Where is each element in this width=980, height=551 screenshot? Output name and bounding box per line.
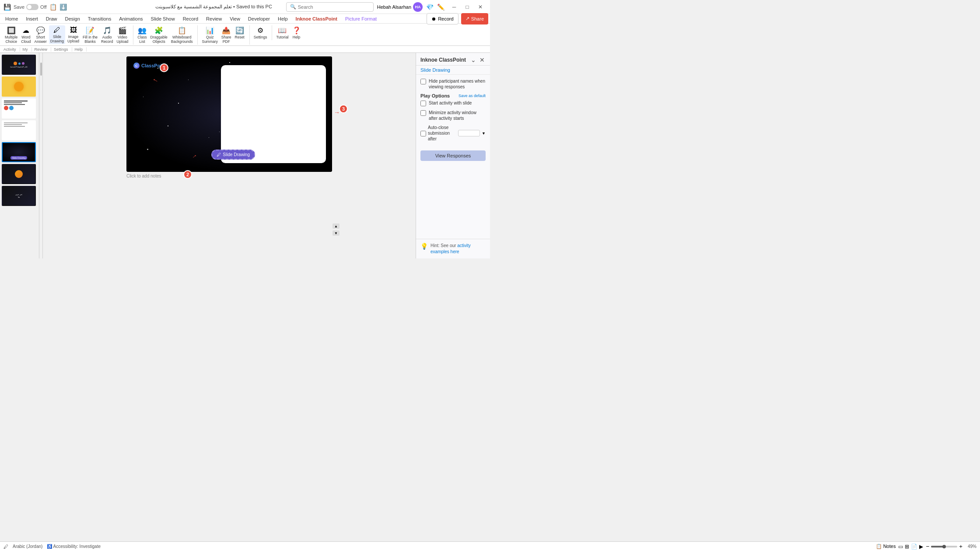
slide-drawing-btn[interactable]: 🖊 Slide Drawing [211, 150, 255, 160]
toolbar-icon-1[interactable]: 📋 [49, 3, 57, 10]
quiz-summary-button[interactable]: 📊 QuizSummary [200, 25, 219, 45]
autosave-toggle[interactable] [26, 4, 38, 10]
share-pdf-button[interactable]: 📤 SharePDF [220, 25, 233, 45]
menu-design[interactable]: Design [62, 15, 84, 22]
menu-record[interactable]: Record [179, 15, 202, 22]
review-group-label: Review [35, 47, 48, 52]
class-list-button[interactable]: 👥 ClassList [136, 25, 148, 45]
whiteboard-backgrounds-label: WhiteboardBackgrounds [171, 35, 193, 44]
menu-animations[interactable]: Animations [116, 15, 146, 22]
multiple-choice-icon: 🔲 [7, 26, 16, 35]
tutorial-button[interactable]: 📖 Tutorial [275, 25, 290, 40]
slide-thumb-2[interactable] [2, 77, 36, 97]
start-with-slide-checkbox[interactable] [420, 101, 426, 106]
menu-developer[interactable]: Developer [245, 15, 273, 22]
auto-close-checkbox[interactable] [420, 131, 426, 136]
view-responses-button[interactable]: View Responses [420, 150, 486, 161]
panel-collapse-button[interactable]: ⌄ [470, 56, 477, 63]
toggle-state-label: Off [40, 4, 46, 10]
dropdown-arrow[interactable]: ▼ [482, 131, 486, 136]
fill-blanks-icon: 📝 [86, 26, 94, 35]
maximize-button[interactable]: □ [461, 3, 473, 11]
ribbon-group-my: 👥 ClassList 🧩 DraggableObjects 📋 Whitebo… [136, 25, 198, 45]
menu-transitions[interactable]: Transitions [84, 15, 115, 22]
play-options-section: Play Options Save as default [420, 93, 486, 98]
review-label-group: Review [35, 47, 52, 52]
image-upload-icon: 🖼 [70, 26, 77, 34]
menu-review[interactable]: Review [203, 15, 225, 22]
logo-circle: C [133, 63, 140, 69]
menu-help[interactable]: Help [274, 15, 291, 22]
menu-draw[interactable]: Draw [42, 15, 61, 22]
reset-button[interactable]: 🔄 Reset [234, 25, 246, 40]
menu-home[interactable]: Home [2, 15, 21, 22]
app-icon: 💾 [4, 3, 11, 10]
ribbon-group-settings: ⚙ Settings [252, 25, 273, 40]
share-label: Share [471, 16, 484, 21]
ribbon-group-activity: 🔲 MultipleChoice ☁ WordCloud 💬 ShortAnsw… [4, 25, 133, 45]
menu-view[interactable]: View [226, 15, 244, 22]
settings-button[interactable]: ⚙ Settings [252, 25, 269, 40]
slide-thumb-6[interactable] [2, 164, 36, 184]
help-label: Help [293, 35, 300, 39]
hide-names-checkbox[interactable] [420, 79, 426, 84]
pen-icon[interactable]: ✏️ [437, 3, 444, 10]
share-button[interactable]: ↗ Share [461, 13, 488, 24]
minimize-window-checkbox[interactable] [420, 110, 426, 116]
help-button[interactable]: ❓ Help [291, 25, 302, 40]
slide-wrapper: C ClassPoint ارسم الكوكب الأكثر ارتفاعا … [126, 56, 332, 172]
whiteboard-backgrounds-icon: 📋 [178, 26, 186, 35]
panel-close-button[interactable]: ✕ [479, 56, 486, 63]
minimize-button[interactable]: ─ [448, 3, 460, 11]
slide-thumb-1[interactable]: تعلم المجموعة الشمسية [2, 55, 36, 75]
record-icon: ⏺ [431, 16, 436, 21]
close-button[interactable]: ✕ [474, 3, 486, 11]
tutorial-label: Tutorial [276, 35, 288, 39]
image-upload-button[interactable]: 🖼 ImageUpload [66, 25, 80, 44]
menu-picture-format[interactable]: Picture Format [342, 15, 380, 22]
slide-drawing-button[interactable]: 🖊 SlideDrawing [49, 25, 65, 44]
slide-panel: تعلم المجموعة الشمسية [0, 53, 39, 258]
share-pdf-label: SharePDF [221, 35, 231, 44]
menu-classpoint[interactable]: Inknoe ClassPoint [292, 15, 341, 22]
draggable-objects-button[interactable]: 🧩 DraggableObjects [149, 25, 169, 45]
gem-icon[interactable]: 💎 [426, 3, 434, 10]
video-upload-icon: 🎬 [118, 26, 127, 35]
fill-blanks-button[interactable]: 📝 Fill in theBlanks [81, 25, 99, 45]
record-button[interactable]: ⏺ Record [427, 13, 458, 24]
search-input[interactable] [298, 4, 370, 10]
annotation-circle-1: 1 [160, 63, 168, 72]
word-cloud-button[interactable]: ☁ WordCloud [20, 25, 32, 45]
slide-panel-scrollbar[interactable] [39, 53, 43, 258]
hint-text: Hint: See our activity examples here [430, 243, 486, 255]
fill-blanks-label: Fill in theBlanks [83, 35, 98, 44]
slide-drawing-icon: 🖊 [53, 26, 60, 34]
video-upload-button[interactable]: 🎬 VideoUpload [115, 25, 130, 45]
slide-drawing-label: SlideDrawing [50, 35, 64, 43]
nav-down-button[interactable]: ▼ [332, 230, 340, 236]
panel-controls: ⌄ ✕ [470, 56, 486, 63]
slide-thumb-7[interactable]: نص عربيهنا [2, 186, 36, 206]
slide-thumb-3[interactable] [2, 98, 36, 119]
slide-thumb-5[interactable]: Slide Drawing [2, 142, 36, 162]
draggable-objects-icon: 🧩 [154, 26, 163, 35]
slide-thumb-4[interactable] [2, 120, 36, 140]
whiteboard-backgrounds-button[interactable]: 📋 WhiteboardBackgrounds [170, 25, 194, 45]
multiple-choice-button[interactable]: 🔲 MultipleChoice [4, 25, 19, 45]
main-slide[interactable]: C ClassPoint ارسم الكوكب الأكثر ارتفاعا … [126, 56, 332, 172]
audio-record-button[interactable]: 🎵 AudioRecord [100, 25, 114, 45]
nav-up-button[interactable]: ▲ [332, 223, 340, 229]
menu-slideshow[interactable]: Slide Show [147, 15, 178, 22]
hide-names-label: Hide participant names when viewing resp… [429, 78, 486, 90]
menu-insert[interactable]: Insert [22, 15, 42, 22]
nav-arrows: ▲ ▼ [332, 223, 340, 236]
auto-close-input[interactable] [458, 130, 480, 136]
short-answer-button[interactable]: 💬 ShortAnswer [33, 25, 48, 45]
search-box[interactable]: 🔍 [286, 2, 374, 12]
user-info: Hebah Alsarhan HA [377, 2, 423, 12]
save-default-link[interactable]: Save as default [458, 94, 486, 98]
toolbar-icon-2[interactable]: ⬇️ [60, 3, 67, 10]
notes-area[interactable]: Click to add notes [126, 174, 332, 178]
record-label: Record [438, 16, 453, 21]
window-controls: ─ □ ✕ [448, 3, 486, 11]
